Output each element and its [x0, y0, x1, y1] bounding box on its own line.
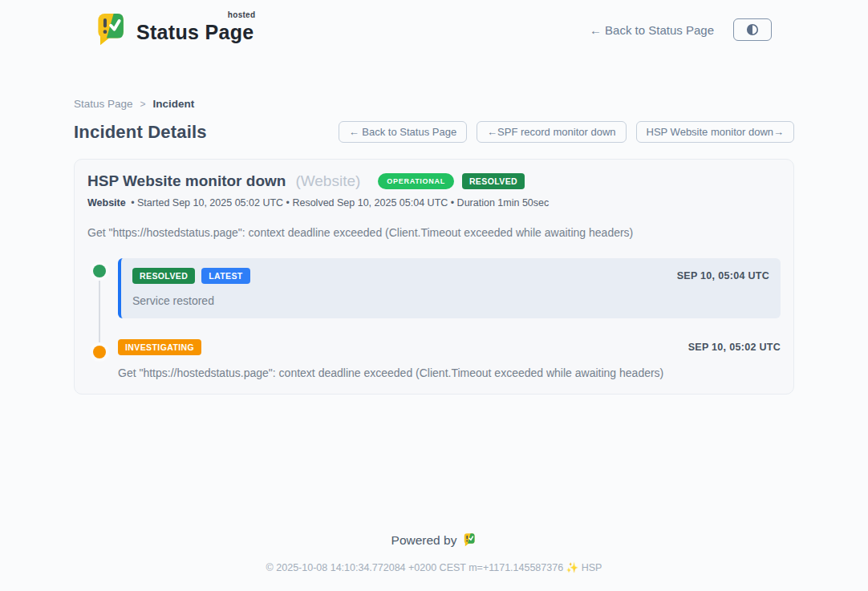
- timeline-entry-investigating: INVESTIGATING SEP 10, 05:02 UTC Get "htt…: [87, 339, 781, 379]
- main-content: Status Page > Incident Incident Details …: [74, 55, 794, 532]
- incident-timeline: RESOLVED LATEST SEP 10, 05:04 UTC Servic…: [87, 258, 781, 379]
- breadcrumb-status-page[interactable]: Status Page: [74, 98, 133, 110]
- incident-meta-component: Website: [87, 197, 126, 208]
- timeline-dot-resolved: [93, 265, 106, 277]
- back-to-status-page-button[interactable]: ← Back to Status Page: [339, 121, 467, 143]
- timeline-resolved-badge: RESOLVED: [132, 268, 195, 284]
- breadcrumb-separator: >: [140, 99, 146, 110]
- incident-component: (Website): [295, 172, 360, 190]
- timeline-timestamp: SEP 10, 05:02 UTC: [688, 342, 781, 353]
- powered-by-label: Powered by: [391, 533, 457, 548]
- timeline-entry-highlight-box: RESOLVED LATEST SEP 10, 05:04 UTC Servic…: [118, 258, 781, 318]
- statuspage-logo[interactable]: Status Pagehosted: [95, 11, 254, 48]
- header-back-to-status-page-link[interactable]: ← Back to Status Page: [590, 23, 714, 37]
- timeline-latest-badge: LATEST: [201, 268, 249, 284]
- contrast-icon: [744, 22, 761, 38]
- incident-nav-buttons: ← Back to Status Page ←SPF record monito…: [339, 121, 794, 143]
- incident-card: HSP Website monitor down (Website) OPERA…: [74, 159, 794, 395]
- logo-title: Status Pagehosted: [136, 11, 254, 44]
- top-right-controls: ← Back to Status Page: [590, 18, 772, 41]
- operational-status-badge: OPERATIONAL: [378, 173, 454, 189]
- breadcrumb-incident: Incident: [153, 98, 195, 110]
- incident-card-header: HSP Website monitor down (Website) OPERA…: [87, 172, 781, 190]
- incident-description: Get "https://hostedstatus.page": context…: [87, 226, 781, 239]
- page-title: Incident Details: [74, 122, 207, 143]
- timeline-message: Service restored: [132, 294, 769, 307]
- timeline-message: Get "https://hostedstatus.page": context…: [118, 366, 781, 379]
- timeline-entry-resolved: RESOLVED LATEST SEP 10, 05:04 UTC Servic…: [87, 258, 781, 318]
- incident-title: HSP Website monitor down: [87, 172, 286, 190]
- title-row: Incident Details ← Back to Status Page ←…: [74, 121, 794, 143]
- incident-meta-details: • Started Sep 10, 2025 05:02 UTC • Resol…: [131, 197, 549, 208]
- timeline-dot-investigating: [93, 346, 106, 358]
- resolved-status-badge: RESOLVED: [462, 173, 525, 189]
- footer: Powered by © 2025-10-08 14:10:34.772084 …: [0, 532, 868, 591]
- prev-incident-button[interactable]: ←SPF record monitor down: [477, 121, 626, 143]
- copyright-text: © 2025-10-08 14:10:34.772084 +0200 CEST …: [0, 561, 868, 573]
- statuspage-logo-icon: [95, 11, 128, 48]
- theme-toggle-button[interactable]: [733, 18, 772, 41]
- timeline-investigating-badge: INVESTIGATING: [118, 339, 201, 355]
- timeline-entry-badges: INVESTIGATING: [118, 339, 201, 355]
- next-incident-button[interactable]: HSP Website monitor down→: [636, 121, 794, 143]
- timeline-timestamp: SEP 10, 05:04 UTC: [677, 270, 769, 281]
- timeline-entry-badges: RESOLVED LATEST: [132, 268, 250, 284]
- statuspage-logo-icon: [463, 532, 477, 548]
- breadcrumb: Status Page > Incident: [74, 98, 794, 110]
- logo-hosted-superscript: hosted: [228, 10, 256, 19]
- top-bar: Status Pagehosted ← Back to Status Page: [0, 0, 868, 55]
- incident-meta: Website • Started Sep 10, 2025 05:02 UTC…: [87, 197, 781, 208]
- powered-by: Powered by: [0, 532, 868, 548]
- status-page-app: Status Pagehosted ← Back to Status Page …: [0, 0, 868, 591]
